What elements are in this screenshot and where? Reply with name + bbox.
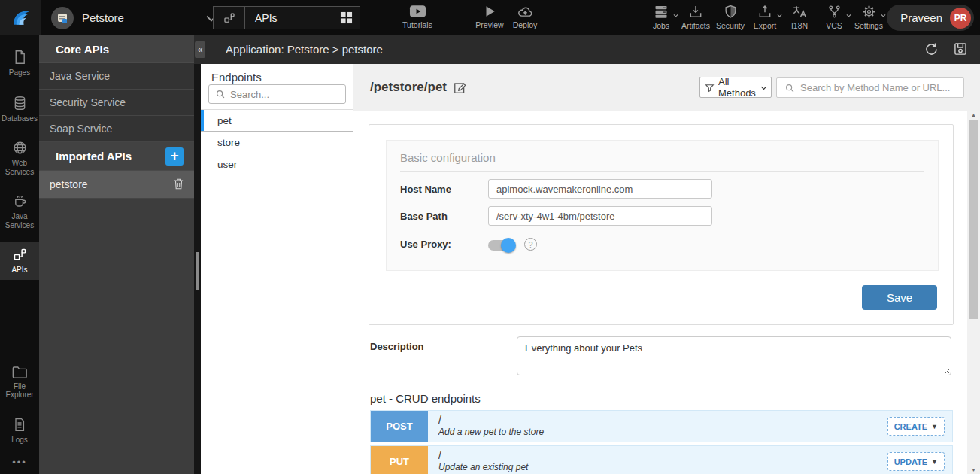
i18n-button[interactable]: I18N	[782, 5, 817, 30]
help-icon[interactable]: ?	[524, 238, 537, 251]
project-name: Petstore	[82, 11, 124, 24]
endpoints-title: Endpoints	[201, 64, 353, 84]
chevron-down-icon: ▼	[931, 458, 938, 466]
base-path-label: Base Path	[400, 211, 488, 222]
breadcrumb-bar: « Application: Petstore > petstore	[194, 35, 980, 64]
sidebar-item-logs[interactable]: Logs	[0, 412, 39, 450]
endpoints-search-input[interactable]	[230, 89, 328, 100]
methods-filter-dropdown[interactable]: All Methods	[699, 77, 772, 98]
scroll-up-arrow[interactable]: ▲	[967, 112, 980, 117]
scroll-down-arrow[interactable]: ▼	[967, 467, 980, 472]
description-field[interactable]: Everything about your Pets	[517, 336, 951, 375]
jobs-button[interactable]: Jobs	[644, 5, 678, 30]
sidebar-item-petstore[interactable]: petstore	[39, 171, 194, 199]
sidebar-item-apis[interactable]: APIs	[0, 242, 39, 280]
save-icon[interactable]	[953, 41, 968, 57]
create-action-dropdown[interactable]: CREATE ▼	[887, 417, 945, 436]
use-proxy-label: Use Proxy:	[400, 239, 488, 250]
imported-apis-header: Imported APIs +	[39, 142, 194, 171]
play-icon	[483, 5, 496, 18]
user-name: Praveen	[900, 11, 942, 24]
translate-icon	[792, 5, 808, 19]
sidebar-collapse-button[interactable]: «	[195, 41, 205, 58]
settings-button[interactable]: Settings	[851, 5, 886, 30]
add-api-button[interactable]: +	[165, 147, 184, 166]
deploy-button[interactable]: Deploy	[508, 5, 542, 29]
top-bar: Petstore APIs	[0, 0, 980, 35]
endpoints-search[interactable]	[208, 84, 346, 104]
avatar: PR	[950, 8, 971, 29]
app-window: Petstore APIs	[0, 0, 980, 474]
endpoint-summary[interactable]: / Update an existing pet	[428, 446, 887, 474]
database-icon	[12, 95, 28, 111]
sidebar-item-security-service[interactable]: Security Service	[39, 90, 194, 116]
sidebar-scroll-thumb[interactable]	[196, 252, 199, 290]
method-search[interactable]	[776, 77, 964, 98]
save-button[interactable]: Save	[862, 285, 937, 310]
service-type-selector[interactable]: APIs	[213, 6, 360, 29]
sidebar-item-pages[interactable]: Pages	[0, 44, 39, 83]
sidebar-item-soap-service[interactable]: Soap Service	[39, 116, 194, 142]
left-nav: Pages Databases Web Services	[0, 35, 39, 474]
preview-button[interactable]: Preview	[472, 5, 507, 29]
project-switcher[interactable]: Petstore	[51, 0, 219, 35]
method-badge: PUT	[371, 446, 428, 474]
sidebar-item-java-service[interactable]: Java Service	[39, 63, 194, 90]
sidebar-item-web-services[interactable]: Web Services	[0, 135, 39, 181]
basic-configuration-panel: Basic configuration Host Name Base Path …	[386, 140, 939, 271]
main-content: /petstore/pet All Methods	[353, 64, 980, 474]
security-button[interactable]: Security	[713, 5, 748, 30]
coffee-cup-icon	[12, 193, 28, 209]
globe-icon	[12, 140, 28, 156]
vertical-scrollbar[interactable]: ▲ ▼	[967, 111, 980, 474]
method-badge: POST	[371, 411, 428, 442]
more-options-button[interactable]: •••	[0, 449, 39, 474]
user-menu[interactable]: Praveen PR	[887, 5, 974, 31]
endpoint-item-user[interactable]: user	[201, 153, 353, 175]
grid-icon	[340, 11, 353, 24]
host-name-field[interactable]	[488, 179, 712, 199]
core-apis-header: Core APIs	[39, 35, 194, 63]
filter-icon	[705, 83, 715, 93]
panel-title: Basic configuration	[400, 151, 924, 164]
scroll-thumb[interactable]	[969, 120, 978, 319]
sidebar-scrollbar[interactable]	[194, 64, 201, 474]
edit-icon[interactable]	[453, 81, 467, 95]
main-header: /petstore/pet All Methods	[353, 64, 980, 111]
method-search-input[interactable]	[800, 82, 951, 93]
service-selector-label: APIs	[255, 12, 278, 24]
export-button[interactable]: Export	[748, 5, 782, 30]
vcs-button[interactable]: VCS	[817, 5, 851, 30]
log-file-icon	[12, 417, 27, 433]
upload-icon	[757, 5, 772, 19]
update-action-dropdown[interactable]: UPDATE ▼	[887, 452, 945, 471]
shield-icon	[724, 5, 738, 19]
toggle-knob	[501, 238, 516, 253]
config-card: Basic configuration Host Name Base Path …	[369, 124, 954, 325]
artifacts-button[interactable]: Artifacts	[678, 5, 713, 30]
wavemaker-logo[interactable]	[0, 0, 41, 35]
endpoint-summary[interactable]: / Add a new pet to the store	[428, 411, 887, 442]
trash-icon[interactable]	[173, 178, 184, 190]
search-icon	[215, 89, 226, 99]
download-icon	[688, 5, 703, 19]
use-proxy-toggle[interactable]	[488, 240, 514, 251]
server-stack-icon	[654, 5, 669, 19]
git-branch-icon	[827, 5, 842, 19]
chevron-down-icon	[880, 12, 887, 19]
page-title: /petstore/pet	[370, 80, 447, 95]
base-path-field[interactable]	[488, 206, 712, 226]
youtube-icon	[409, 5, 426, 18]
refresh-icon[interactable]	[924, 41, 939, 57]
sidebar-item-file-explorer[interactable]: File Explorer	[0, 359, 39, 405]
sidebar-item-databases[interactable]: Databases	[0, 90, 39, 129]
host-name-label: Host Name	[400, 184, 488, 195]
endpoint-item-pet[interactable]: pet	[201, 110, 353, 132]
endpoint-item-store[interactable]: store	[201, 132, 353, 153]
folder-icon	[11, 364, 28, 379]
tutorials-button[interactable]: Tutorials	[396, 5, 438, 29]
project-avatar	[51, 7, 74, 29]
page-icon	[12, 49, 28, 65]
sidebar-item-java-services[interactable]: Java Services	[0, 188, 39, 235]
endpoints-list: pet store user	[201, 109, 353, 175]
